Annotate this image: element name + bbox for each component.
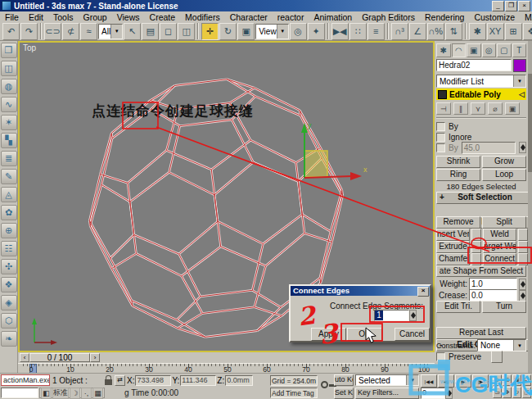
extrude-settings-button[interactable]	[471, 241, 481, 253]
split-button[interactable]: Split	[482, 216, 526, 229]
layers-icon[interactable]: ≣	[1, 151, 17, 166]
z-field[interactable]: 0.0mm	[225, 375, 253, 386]
script-listener-line[interactable]: actionMan.exe	[1, 374, 50, 386]
close-button[interactable]: ×	[518, 1, 530, 11]
pin-stack-icon[interactable]: ⊣	[436, 102, 451, 115]
configure-modifiers-icon[interactable]: ▣	[505, 102, 520, 115]
auto-key-button[interactable]: uto Key	[334, 374, 354, 386]
select-by-name-icon[interactable]: ▤	[142, 23, 159, 40]
chamfer-settings-button[interactable]	[471, 253, 481, 265]
star-icon[interactable]: ✶	[1, 115, 17, 130]
menu-maxscript[interactable]: MAXScript	[520, 12, 532, 22]
by-vertex-checkbox[interactable]	[436, 122, 445, 131]
object-color-swatch[interactable]	[513, 59, 526, 72]
edit-triangulation-button[interactable]: Edit Tri.	[436, 301, 480, 313]
dropdown-arrow-icon[interactable]: ▼	[277, 25, 288, 39]
menu-tools[interactable]: Tools	[48, 12, 79, 22]
loop-button[interactable]: Loop	[482, 169, 526, 181]
angle-snap-icon[interactable]: ∠	[409, 23, 426, 40]
minmax-toggle-icon[interactable]: ◲	[522, 387, 531, 398]
next-frame-arrow[interactable]: ›	[90, 353, 100, 362]
preserve-checkbox[interactable]	[436, 352, 445, 361]
modifier-stack-entry[interactable]: Editable Poly ◁	[436, 88, 526, 100]
select-rotate-icon[interactable]: ↻	[219, 23, 237, 40]
redo-icon[interactable]: ↷	[20, 23, 38, 40]
menu-create[interactable]: Create	[145, 12, 181, 22]
zoom-extents-icon[interactable]: ▣	[512, 374, 521, 386]
crease-spinner[interactable]	[519, 290, 526, 302]
window-crossing-icon[interactable]: ◫	[178, 23, 195, 40]
selection-filter-dropdown[interactable]: All▼	[98, 24, 123, 39]
panel-scrollbar[interactable]	[528, 41, 532, 373]
frame-spinner[interactable]	[445, 388, 453, 399]
menu-modifiers[interactable]: Modifiers	[180, 12, 225, 22]
cone-icon[interactable]: ◬	[1, 187, 17, 202]
next-frame-button[interactable]: |▶	[472, 374, 489, 388]
chamfer-button[interactable]: Chamfe	[436, 253, 470, 265]
modifier-list-dropdown[interactable]: Modifier List ▼	[436, 75, 526, 88]
target-weld-settings-button[interactable]	[518, 241, 528, 253]
diamond-icon[interactable]: ❖	[1, 277, 17, 292]
target-weld-button[interactable]: arget Weld	[483, 241, 516, 253]
subobject-expand-icon[interactable]	[438, 90, 447, 99]
tab-motion[interactable]: ◎	[482, 43, 497, 57]
ring-button[interactable]: Ring	[436, 169, 480, 181]
dropdown-arrow-icon[interactable]: ▼	[110, 25, 122, 39]
cancel-button[interactable]: Cancel	[394, 328, 430, 341]
key-filters-button[interactable]: Key Filters...	[355, 388, 419, 399]
turn-button[interactable]: Turn	[482, 301, 526, 313]
weight-spinner[interactable]	[519, 279, 526, 290]
weight-field[interactable]: 1.0	[469, 278, 517, 290]
show-end-result-icon[interactable]: ∥	[453, 102, 468, 115]
menu-reactor[interactable]: reactor	[273, 12, 309, 22]
hex-icon[interactable]: ⬡	[1, 313, 17, 329]
menu-animation[interactable]: Animation	[309, 12, 357, 22]
region-zoom-icon[interactable]: ▭	[493, 387, 502, 398]
set-keys-icon[interactable]	[321, 381, 328, 388]
array-icon[interactable]: ∷	[349, 23, 367, 40]
zoom-all-icon[interactable]: ⊞	[503, 374, 512, 386]
menu-views[interactable]: Views	[112, 12, 145, 22]
dropdown-arrow-icon[interactable]: ▼	[513, 340, 525, 351]
ime-punct-icon[interactable]: ·,	[81, 388, 92, 399]
cross-icon[interactable]: ✣	[1, 259, 17, 274]
zoom-icon[interactable]: ⊕	[493, 374, 502, 386]
x-field[interactable]: 733.498	[135, 375, 171, 386]
connect-button[interactable]: Connect	[483, 253, 516, 265]
arc-rotate-icon[interactable]: ↻	[512, 387, 521, 398]
bind-spacewarp-icon[interactable]: ≈	[80, 23, 97, 40]
axis-icon[interactable]: ⊕	[1, 223, 17, 238]
select-scale-icon[interactable]: ▣	[237, 23, 255, 40]
dropdown-arrow-icon[interactable]: ▼	[513, 75, 525, 87]
dialog-close-button[interactable]: ×	[417, 287, 429, 297]
restore-button[interactable]: ❐	[505, 1, 517, 11]
leaf-icon[interactable]: ❧	[1, 331, 17, 347]
rect-region-icon[interactable]: ◻	[160, 23, 177, 40]
tab-hierarchy[interactable]: ▣	[467, 43, 481, 57]
time-slider-handle[interactable]: ‹ 0 / 100 ›	[20, 353, 100, 362]
angle-value-field[interactable]: 45.0	[462, 142, 516, 154]
cubes-icon[interactable]: ❒	[1, 43, 17, 58]
checker-icon[interactable]: ▚	[1, 133, 17, 148]
menu-rendering[interactable]: Rendering	[420, 12, 469, 22]
xy-constraint-icon[interactable]: XY	[487, 23, 504, 40]
dialog-title-bar[interactable]: Connect Edges ×	[291, 286, 430, 296]
pan-icon[interactable]: ✥	[503, 387, 512, 398]
prev-frame-arrow[interactable]: ‹	[20, 353, 29, 362]
gear-icon[interactable]: ✿	[1, 205, 17, 220]
by-angle-checkbox[interactable]	[436, 143, 445, 152]
minimize-button[interactable]: _	[492, 1, 504, 11]
sphere-icon[interactable]: ◍	[1, 79, 17, 94]
menu-character[interactable]: Character	[225, 12, 273, 22]
ignore-backfacing-checkbox[interactable]	[436, 133, 445, 142]
snap-toggle-icon[interactable]: ⊞	[505, 23, 522, 40]
tab-display[interactable]: ▢	[497, 43, 512, 57]
ime-toolbar[interactable]: ◧标准☽·,▦	[39, 388, 105, 398]
menu-file[interactable]: File	[0, 12, 24, 22]
segments-spinner[interactable]	[409, 310, 417, 321]
key-mode-dropdown[interactable]: Selected ▼	[355, 374, 419, 386]
object-name-field[interactable]: Hedra02	[436, 59, 512, 71]
tab-modify[interactable]: ◠	[452, 43, 467, 57]
connect-settings-button[interactable]	[518, 253, 528, 265]
ref-coord-dropdown[interactable]: View▼	[255, 24, 289, 39]
